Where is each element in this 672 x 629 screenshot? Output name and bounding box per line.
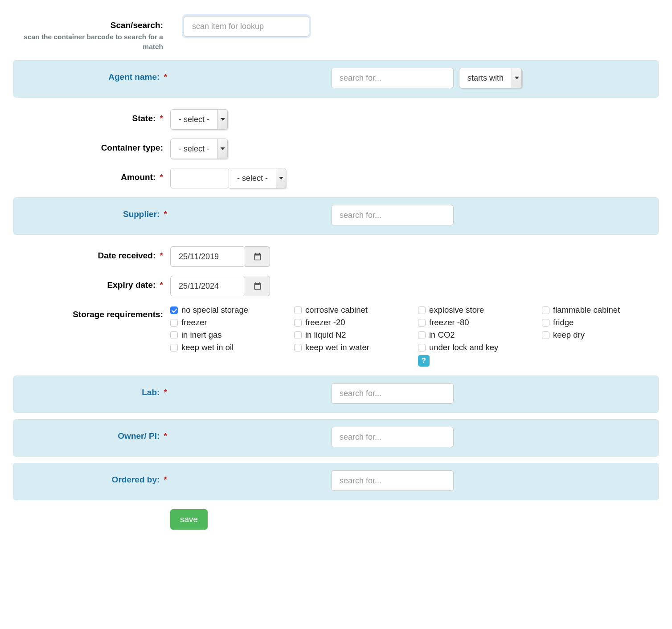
- container-type-select[interactable]: - select -: [170, 139, 228, 159]
- checkbox-icon: [418, 344, 426, 351]
- scan-label-text: Scan/search:: [13, 20, 163, 30]
- expiry-date-picker-button[interactable]: [245, 276, 270, 296]
- required-marker: *: [160, 114, 163, 123]
- amount-unit-value: - select -: [229, 174, 276, 183]
- row-save: save: [13, 506, 659, 532]
- state-select[interactable]: - select -: [170, 109, 228, 130]
- checkbox-icon: [418, 306, 426, 314]
- row-amount: Amount: * - select -: [13, 165, 659, 191]
- label-lab: Lab: *: [17, 383, 174, 397]
- agent-label-text: Agent name:: [108, 72, 160, 82]
- label-state: State: *: [13, 109, 170, 123]
- panel-lab: Lab: *: [13, 376, 659, 413]
- agent-match-select[interactable]: starts with: [459, 68, 522, 88]
- storage-option-label: no special storage: [181, 305, 248, 315]
- label-ordered-by: Ordered by: *: [17, 470, 174, 485]
- calendar-icon: [253, 252, 262, 261]
- storage-option[interactable]: freezer -20: [294, 318, 411, 327]
- label-container-type: Container type:: [13, 139, 170, 153]
- storage-option-label: freezer: [181, 318, 207, 327]
- expiry-date-input[interactable]: [170, 276, 245, 296]
- owner-search-input[interactable]: [331, 427, 454, 447]
- required-marker: *: [164, 475, 167, 484]
- required-marker: *: [164, 209, 167, 219]
- chevron-down-icon: [217, 110, 227, 129]
- checkbox-icon: [542, 331, 549, 339]
- checkbox-icon: [294, 344, 302, 351]
- storage-option-label: under lock and key: [429, 343, 498, 352]
- checkbox-icon: [418, 319, 426, 327]
- amount-input[interactable]: [170, 168, 229, 188]
- label-date-received: Date received: *: [13, 246, 170, 261]
- container-type-value: - select -: [171, 144, 217, 154]
- row-container-type: Container type: - select -: [13, 136, 659, 162]
- date-received-label-text: Date received:: [98, 251, 156, 260]
- row-date-received: Date received: *: [13, 244, 659, 270]
- date-received-group: [170, 246, 270, 267]
- expiry-date-label-text: Expiry date:: [107, 280, 156, 290]
- storage-option[interactable]: in liquid N2: [294, 330, 411, 340]
- storage-option[interactable]: flammable cabinet: [542, 305, 659, 315]
- help-button[interactable]: ?: [418, 355, 430, 367]
- amount-unit-select[interactable]: - select -: [229, 168, 286, 188]
- label-expiry-date: Expiry date: *: [13, 276, 170, 290]
- storage-option[interactable]: keep wet in oil: [170, 343, 287, 352]
- storage-option[interactable]: explosive store: [418, 305, 535, 315]
- storage-label-text: Storage requirements:: [73, 310, 163, 319]
- lab-search-input[interactable]: [331, 383, 454, 404]
- state-value: - select -: [171, 115, 217, 124]
- save-button[interactable]: save: [170, 509, 208, 530]
- owner-label-text: Owner/ PI:: [118, 431, 160, 441]
- label-supplier: Supplier: *: [17, 205, 174, 219]
- checkbox-icon: [294, 319, 302, 327]
- chevron-down-icon: [512, 68, 521, 88]
- required-marker: *: [164, 388, 167, 397]
- row-storage: Storage requirements: no special storage…: [13, 302, 659, 369]
- storage-option[interactable]: in CO2: [418, 330, 535, 340]
- storage-option[interactable]: fridge: [542, 318, 659, 327]
- required-marker: *: [160, 280, 163, 290]
- checkbox-icon: [542, 319, 549, 327]
- storage-option[interactable]: in inert gas: [170, 330, 287, 340]
- checkbox-icon: [294, 306, 302, 314]
- expiry-date-group: [170, 276, 270, 296]
- checkbox-icon: [542, 306, 549, 314]
- required-marker: *: [164, 431, 167, 441]
- storage-option[interactable]: keep dry: [542, 330, 659, 340]
- checkbox-icon: [418, 331, 426, 339]
- supplier-search-input[interactable]: [331, 205, 454, 225]
- agent-match-label: starts with: [459, 74, 512, 83]
- required-marker: *: [160, 251, 163, 260]
- row-scan: Scan/search: scan the container barcode …: [13, 13, 659, 54]
- storage-option[interactable]: keep wet in water: [294, 343, 411, 352]
- panel-ordered-by: Ordered by: *: [13, 463, 659, 500]
- storage-option-label: explosive store: [429, 305, 484, 315]
- storage-option[interactable]: freezer: [170, 318, 287, 327]
- storage-option-label: flammable cabinet: [553, 305, 620, 315]
- storage-option[interactable]: corrosive cabinet: [294, 305, 411, 315]
- ordered-by-label-text: Ordered by:: [112, 475, 160, 484]
- storage-option[interactable]: freezer -80: [418, 318, 535, 327]
- storage-option-label: in inert gas: [181, 330, 222, 340]
- label-amount: Amount: *: [13, 168, 170, 182]
- amount-label-text: Amount:: [121, 172, 156, 182]
- storage-option-label: keep wet in oil: [181, 343, 234, 352]
- agent-search-input[interactable]: [331, 68, 454, 88]
- checkbox-icon: [294, 331, 302, 339]
- row-expiry-date: Expiry date: *: [13, 273, 659, 299]
- storage-option-label: freezer -80: [429, 318, 469, 327]
- date-received-picker-button[interactable]: [245, 246, 270, 267]
- storage-option[interactable]: under lock and key: [418, 343, 535, 352]
- date-received-input[interactable]: [170, 246, 245, 267]
- panel-supplier: Supplier: *: [13, 197, 659, 235]
- storage-option-label: freezer -20: [305, 318, 345, 327]
- ordered-by-search-input[interactable]: [331, 470, 454, 491]
- storage-option[interactable]: no special storage: [170, 305, 287, 315]
- checkbox-icon: [170, 331, 178, 339]
- chevron-down-icon: [276, 168, 286, 188]
- storage-option-label: keep wet in water: [305, 343, 369, 352]
- row-state: State: * - select -: [13, 106, 659, 132]
- scan-input[interactable]: [184, 16, 309, 37]
- storage-option-label: fridge: [553, 318, 574, 327]
- calendar-icon: [253, 282, 262, 290]
